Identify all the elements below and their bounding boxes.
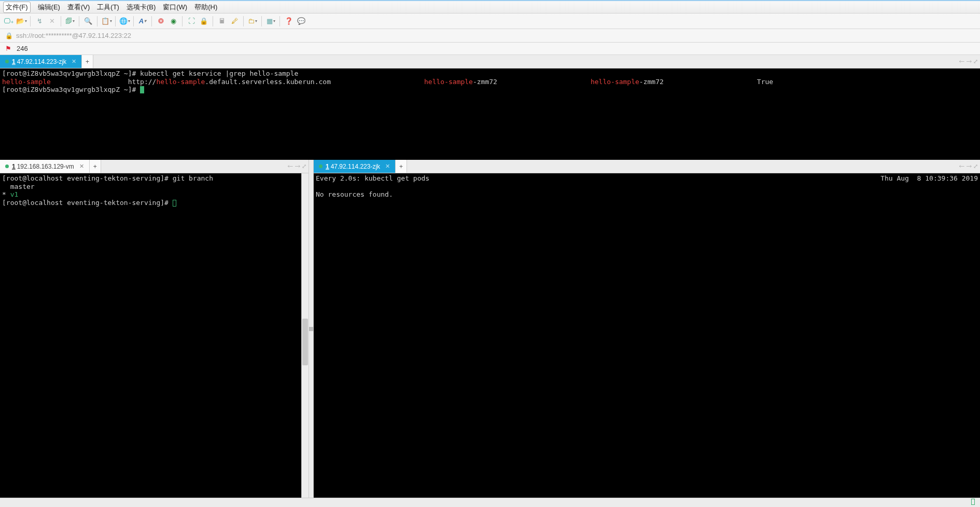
highlight-icon[interactable]: 🖉 xyxy=(229,16,240,27)
close-icon[interactable]: ✕ xyxy=(385,163,390,170)
top-tab-1[interactable]: 1 47.92.114.223-zjk ✕ xyxy=(0,55,82,68)
toolbar-separator xyxy=(79,16,79,26)
top-tab-num: 1 xyxy=(12,58,16,65)
bl-tab-add[interactable]: + xyxy=(90,160,101,173)
calculator-icon[interactable]: 🖩 xyxy=(216,16,228,27)
menu-help[interactable]: 帮助(H) xyxy=(194,3,217,12)
fullscreen-icon[interactable]: ⛶ xyxy=(186,16,197,27)
branch-line: master xyxy=(2,183,35,190)
top-tab-add[interactable]: + xyxy=(82,55,93,68)
cursor-icon xyxy=(173,200,176,207)
latest-ready: hello-sample xyxy=(591,78,639,86)
disconnect-icon[interactable]: ✕ xyxy=(46,16,58,27)
br-tab-1[interactable]: 1 47.92.114.223-zjk ✕ xyxy=(314,160,396,173)
svc-name: hello-sample xyxy=(2,78,51,86)
bl-tabstrip: 1 192.168.163.129-vm ✕ + 🡐 🡒 ⤢ xyxy=(0,160,309,173)
spiral-icon[interactable]: ❂ xyxy=(155,16,166,27)
bl-terminal[interactable]: [root@localhost eventing-tekton-serving]… xyxy=(0,173,309,498)
bl-tab-1[interactable]: 1 192.168.163.129-vm ✕ xyxy=(0,160,90,173)
prompt: [root@localhost eventing-tekton-serving]… xyxy=(2,174,169,182)
toolbar-separator xyxy=(279,16,280,26)
chat-icon[interactable]: 💬 xyxy=(296,16,307,27)
address-bar: 🔒 ssh://root:**********@47.92.114.223:22 xyxy=(0,29,980,43)
bookmarks-bar: ⚑ 246 xyxy=(0,43,980,55)
target-icon[interactable]: ◉ xyxy=(167,16,179,27)
help-icon[interactable]: ❓ xyxy=(283,16,295,27)
url-rest: .default.serverless.kuberun.com xyxy=(205,78,331,86)
watch-header-left: Every 2.0s: kubectl get pods xyxy=(316,174,429,182)
toolbar-separator xyxy=(182,16,183,26)
menu-view[interactable]: 查看(V) xyxy=(67,3,90,12)
current-branch: v1 xyxy=(10,190,19,198)
top-tabstrip: 1 47.92.114.223-zjk ✕ + 🡐 🡒 ⤢ xyxy=(0,55,980,68)
bl-scrollbar[interactable] xyxy=(301,173,309,498)
status-bar xyxy=(0,498,980,507)
toolbar-separator xyxy=(97,16,97,26)
toolbar: 🖵₊ 📂 ↯ ✕ 🗐 🔍 📋 🌐 A ❂ ◉ ⛶ 🔒 🖩 🖉 🗀 ▦ ❓ 💬 xyxy=(0,13,980,29)
watch-header-right: Thu Aug 8 10:39:36 2019 xyxy=(880,174,978,183)
close-icon[interactable]: ✕ xyxy=(79,163,84,170)
bookmark-item[interactable]: 246 xyxy=(17,45,28,52)
br-tab-label: 47.92.114.223-zjk xyxy=(331,163,380,170)
copy-icon[interactable]: 🗐 xyxy=(64,16,76,27)
toolbar-separator xyxy=(30,16,31,26)
prompt: [root@iZ8vb5wa3qv1gwrgb3lxqpZ ~]# xyxy=(2,86,136,93)
url-host: hello-sample xyxy=(156,78,205,86)
bottom-right-pane: 1 47.92.114.223-zjk ✕ + 🡐 🡒 ⤢ Every 2.0s… xyxy=(314,160,980,498)
cmd: git branch xyxy=(173,174,213,182)
br-tab-num: 1 xyxy=(326,163,329,170)
vertical-splitter[interactable] xyxy=(309,160,314,498)
bottom-left-pane: 1 192.168.163.129-vm ✕ + 🡐 🡒 ⤢ [root@loc… xyxy=(0,160,309,498)
new-session-icon[interactable]: 🖵₊ xyxy=(3,16,15,27)
toolbar-separator xyxy=(151,16,152,26)
top-terminal[interactable]: [root@iZ8vb5wa3qv1gwrgb3lxqpZ ~]# kubect… xyxy=(0,68,980,160)
status-dot-icon xyxy=(5,60,9,63)
status-cursor-icon xyxy=(971,499,975,505)
bl-tab-num: 1 xyxy=(12,163,16,170)
paste-icon[interactable]: 📋 xyxy=(101,16,112,27)
bl-tab-label: 192.168.163.129-vm xyxy=(17,163,74,170)
font-icon[interactable]: A xyxy=(137,16,148,27)
prompt: [root@iZ8vb5wa3qv1gwrgb3lxqpZ ~]# xyxy=(2,70,136,77)
lock-small-icon: 🔒 xyxy=(5,32,13,39)
top-tab-label: 47.92.114.223-zjk xyxy=(17,58,66,65)
url-prefix: http:// xyxy=(128,78,157,86)
bl-nav-arrows[interactable]: 🡐 🡒 ⤢ xyxy=(287,160,306,173)
flag-icon[interactable]: ⚑ xyxy=(5,45,11,52)
top-nav-arrows[interactable]: 🡐 🡒 ⤢ xyxy=(959,55,978,68)
br-nav-arrows[interactable]: 🡐 🡒 ⤢ xyxy=(959,160,978,173)
menu-file[interactable]: 文件(F) xyxy=(3,2,31,13)
pane-container: 1 47.92.114.223-zjk ✕ + 🡐 🡒 ⤢ [root@iZ8v… xyxy=(0,55,980,498)
toolbar-separator xyxy=(61,16,61,26)
scrollbar-thumb[interactable] xyxy=(302,319,308,365)
br-tabstrip: 1 47.92.114.223-zjk ✕ + 🡐 🡒 ⤢ xyxy=(314,160,980,173)
status-dot-icon xyxy=(5,165,9,168)
br-terminal[interactable]: Every 2.0s: kubectl get podsThu Aug 8 10… xyxy=(314,173,980,498)
splitter-handle-icon xyxy=(309,327,313,331)
search-icon[interactable]: 🔍 xyxy=(82,16,94,27)
top-pane: 1 47.92.114.223-zjk ✕ + 🡐 🡒 ⤢ [root@iZ8v… xyxy=(0,55,980,160)
menu-tabs[interactable]: 选项卡(B) xyxy=(127,3,156,12)
reconnect-icon[interactable]: ↯ xyxy=(34,16,45,27)
close-icon[interactable]: ✕ xyxy=(72,58,76,65)
watch-body: No resources found. xyxy=(316,190,393,198)
cursor-icon xyxy=(140,86,144,93)
menubar: 文件(F) 编辑(E) 查看(V) 工具(T) 选项卡(B) 窗口(W) 帮助(… xyxy=(0,0,980,13)
toolbar-separator xyxy=(261,16,262,26)
globe-icon[interactable]: 🌐 xyxy=(119,16,130,27)
layout-icon[interactable]: ▦ xyxy=(265,16,276,27)
open-icon[interactable]: 📂 xyxy=(16,16,27,27)
menu-edit[interactable]: 编辑(E) xyxy=(38,3,60,12)
br-tab-add[interactable]: + xyxy=(396,160,407,173)
toolbar-separator xyxy=(115,16,116,26)
status-dot-icon xyxy=(319,165,323,168)
toolbar-separator xyxy=(243,16,244,26)
menu-window[interactable]: 窗口(W) xyxy=(163,3,187,12)
toolbar-separator xyxy=(213,16,213,26)
bottom-row: 1 192.168.163.129-vm ✕ + 🡐 🡒 ⤢ [root@loc… xyxy=(0,160,980,498)
lock-icon[interactable]: 🔒 xyxy=(198,16,209,27)
folder-icon[interactable]: 🗀 xyxy=(247,16,258,27)
toolbar-separator xyxy=(133,16,134,26)
prompt: [root@localhost eventing-tekton-serving]… xyxy=(2,199,169,207)
menu-tools[interactable]: 工具(T) xyxy=(97,3,119,12)
